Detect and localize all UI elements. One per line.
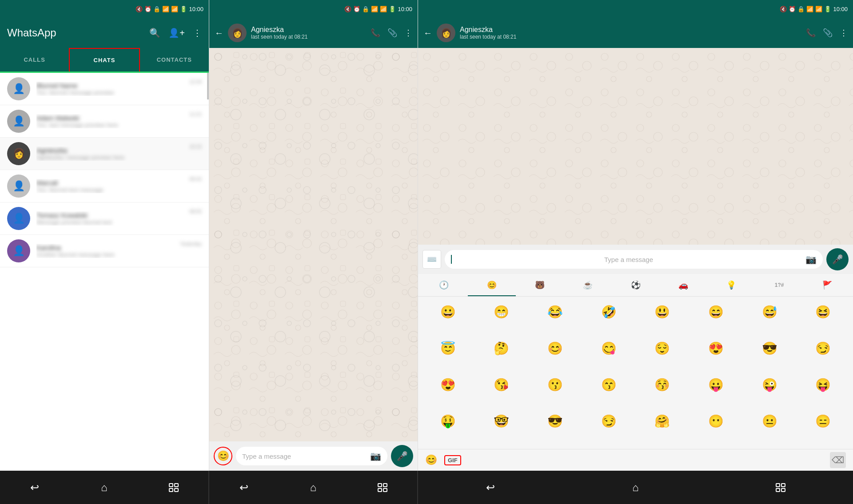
emoji-cat-smileys[interactable]: 😊 <box>468 274 516 296</box>
add-contact-icon[interactable]: 👤+ <box>168 28 185 38</box>
contact-avatar-2: 👩 <box>228 24 247 42</box>
emoji-sweat-smile[interactable]: 😅 <box>743 300 796 323</box>
message-input-field-3[interactable]: Type a message 📷 <box>445 250 823 269</box>
emoji-tongue[interactable]: 😛 <box>690 373 742 397</box>
emoji-cat-sports[interactable]: ⚽ <box>612 274 660 296</box>
emoji-innocent[interactable]: 😇 <box>422 337 474 360</box>
emoji-blush[interactable]: 😊 <box>529 337 582 360</box>
camera-icon-3[interactable]: 📷 <box>805 254 817 265</box>
emoji-cat-travel[interactable]: 🚗 <box>659 274 707 296</box>
search-icon[interactable]: 🔍 <box>149 28 160 38</box>
chat-preview: Another blurred message here <box>36 251 176 258</box>
back-button-3[interactable]: ← <box>423 28 432 38</box>
contact-info-3[interactable]: Agnieszka last seen today at 08:21 <box>460 26 801 40</box>
emoji-cat-food[interactable]: ☕ <box>564 274 612 296</box>
emoji-thinking[interactable]: 🤔 <box>475 337 528 360</box>
emoji-squinting-tongue[interactable]: 😝 <box>797 373 849 397</box>
mic-button-2[interactable]: 🎤 <box>391 445 413 467</box>
tab-calls[interactable]: CALLS <box>0 48 69 71</box>
list-item[interactable]: 👩 Agnieszka Agnieszka: message preview h… <box>0 138 209 170</box>
list-item[interactable]: 👤 Blurred Name You: blurred message prev… <box>0 73 209 105</box>
back-nav-btn-2[interactable]: ↩ <box>231 474 257 501</box>
emoji-kissing-closed[interactable]: 😚 <box>636 373 689 397</box>
emoji-expressionless[interactable]: 😑 <box>797 410 849 433</box>
list-item[interactable]: 👤 Karolina Another blurred message here … <box>0 235 209 267</box>
emoji-cool[interactable]: 😎 <box>529 410 582 433</box>
recents-nav-btn-3[interactable] <box>767 474 794 501</box>
emoji-cat-objects[interactable]: 💡 <box>707 274 755 296</box>
keyboard-toggle-button[interactable]: ⌨️ <box>423 250 441 269</box>
home-nav-btn-2[interactable]: ⌂ <box>300 474 327 501</box>
message-input-field-2[interactable]: Type a message 📷 <box>236 447 387 465</box>
emoji-cat-animals[interactable]: 🐻 <box>516 274 564 296</box>
call-icon-2[interactable]: 📞 <box>371 28 380 38</box>
emoji-button-2[interactable]: 😊 <box>214 447 232 465</box>
emoji-heart-eyes-2[interactable]: 😍 <box>422 373 474 397</box>
chat-time: 10:15 <box>189 144 202 149</box>
back-button-2[interactable]: ← <box>215 28 223 38</box>
home-nav-btn-1[interactable]: ⌂ <box>91 474 117 501</box>
emoji-money-mouth[interactable]: 🤑 <box>422 410 474 433</box>
emoji-tab-icon[interactable]: 😊 <box>425 454 437 466</box>
emoji-cat-symbols[interactable]: 1?# <box>755 274 803 296</box>
gif-button[interactable]: GIF <box>444 455 461 465</box>
message-input-bar-3: ⌨️ Type a message 📷 🎤 <box>418 245 853 274</box>
signal-icon-2: 📶 <box>380 6 387 12</box>
tab-contacts[interactable]: CONTACTS <box>140 48 209 71</box>
attach-icon-3[interactable]: 📎 <box>823 28 833 38</box>
emoji-kissing-heart[interactable]: 😘 <box>475 373 528 397</box>
more-options-icon[interactable]: ⋮ <box>193 28 202 38</box>
mic-button-3[interactable]: 🎤 <box>826 248 849 270</box>
back-nav-btn-3[interactable]: ↩ <box>477 474 504 501</box>
emoji-beaming[interactable]: 😁 <box>475 300 528 323</box>
bottom-nav-1: ↩ ⌂ <box>0 471 209 504</box>
emoji-wink-tongue[interactable]: 😜 <box>743 373 796 397</box>
emoji-kissing[interactable]: 😗 <box>529 373 582 397</box>
backspace-button[interactable]: ⌫ <box>830 452 846 468</box>
emoji-rofl[interactable]: 🤣 <box>582 300 635 323</box>
chat-actions-3: 📞 📎 ⋮ <box>806 28 848 38</box>
list-item[interactable]: 👤 Marcali You: blurred text message 09:4… <box>0 170 209 202</box>
more-icon-3[interactable]: ⋮ <box>840 28 848 38</box>
camera-icon-2[interactable]: 📷 <box>370 451 381 461</box>
emoji-relieved[interactable]: 😌 <box>636 337 689 360</box>
recents-nav-btn-2[interactable] <box>369 474 396 501</box>
recents-nav-btn-1[interactable] <box>160 474 187 501</box>
emoji-heart-eyes[interactable]: 😍 <box>690 337 742 360</box>
scrollbar[interactable] <box>207 73 209 99</box>
call-icon-3[interactable]: 📞 <box>806 28 816 38</box>
alarm-icon-3: ⏰ <box>789 6 796 12</box>
back-nav-btn-1[interactable]: ↩ <box>21 474 48 501</box>
emoji-nerd[interactable]: 🤓 <box>475 410 528 433</box>
emoji-neutral[interactable]: 😐 <box>743 410 796 433</box>
emoji-yum[interactable]: 😋 <box>582 337 635 360</box>
background-pattern <box>209 48 418 441</box>
emoji-grinning[interactable]: 😀 <box>422 300 474 323</box>
chat-time: 08:55 <box>189 209 202 214</box>
bottom-nav-2: ↩ ⌂ <box>209 471 418 504</box>
chat-time: 09:42 <box>189 176 202 182</box>
emoji-joy[interactable]: 😂 <box>529 300 582 323</box>
emoji-laughing[interactable]: 😆 <box>797 300 849 323</box>
more-icon-2[interactable]: ⋮ <box>404 28 412 38</box>
emoji-smile[interactable]: 😄 <box>690 300 742 323</box>
home-nav-btn-3[interactable]: ⌂ <box>622 474 649 501</box>
attach-icon-2[interactable]: 📎 <box>387 28 397 38</box>
emoji-cat-recent[interactable]: 🕐 <box>420 274 468 296</box>
svg-rect-15 <box>378 488 382 492</box>
emoji-sunglasses[interactable]: 😎 <box>743 337 796 360</box>
list-item[interactable]: 👤 Adam Malwski You: last message preview… <box>0 105 209 138</box>
emoji-smirk-2[interactable]: 😏 <box>582 410 635 433</box>
status-bar-3: 🔇 ⏰ 🔒 📶 📶 🔋 10:00 <box>418 0 853 18</box>
emoji-smiley[interactable]: 😃 <box>636 300 689 323</box>
tab-chats[interactable]: CHATS <box>69 48 140 71</box>
chat-time: Yesterday <box>180 241 202 246</box>
emoji-cat-flags[interactable]: 🚩 <box>803 274 851 296</box>
list-item[interactable]: 👤 Tomasz Kowalski Message preview blurre… <box>0 202 209 235</box>
emoji-smirk[interactable]: 😏 <box>797 337 849 360</box>
chat-info: Blurred Name You: blurred message previe… <box>36 82 186 96</box>
emoji-no-mouth[interactable]: 😶 <box>690 410 742 433</box>
emoji-kissing-smiling[interactable]: 😙 <box>582 373 635 397</box>
contact-info-2[interactable]: Agnieszka last seen today at 08:21 <box>251 26 366 40</box>
emoji-hugging[interactable]: 🤗 <box>636 410 689 433</box>
